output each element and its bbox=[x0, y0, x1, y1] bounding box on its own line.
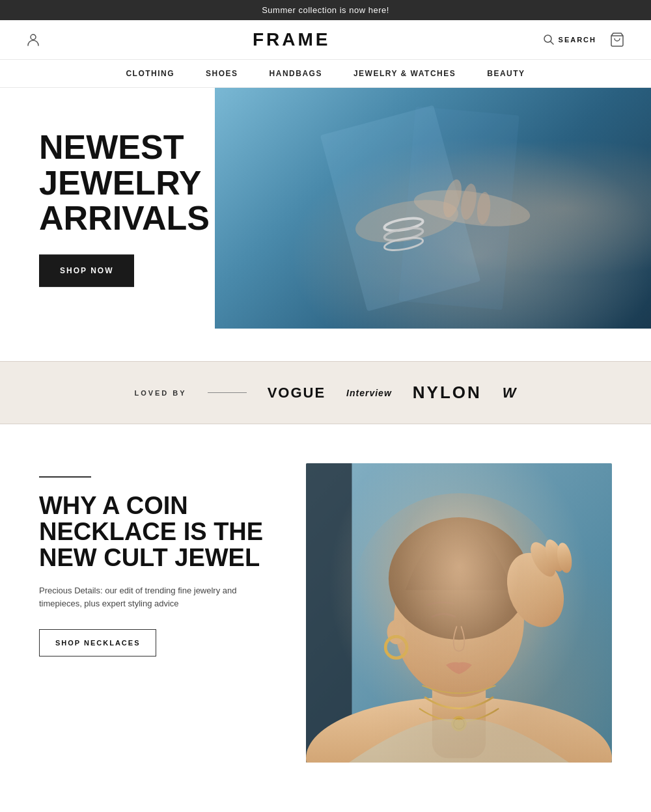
press-logo-w: W bbox=[503, 385, 517, 401]
press-divider bbox=[208, 392, 247, 393]
svg-point-27 bbox=[451, 716, 467, 732]
nav-item-clothing[interactable]: CLOTHING bbox=[126, 69, 174, 78]
article-description: Precious Details: our edit of trending f… bbox=[39, 584, 267, 612]
press-bar: LOVED BY VOGUE Interview NYLON W bbox=[0, 361, 651, 424]
svg-point-18 bbox=[394, 544, 524, 697]
svg-point-16 bbox=[306, 697, 612, 763]
article-section: WHY A COIN NECKLACE IS THE NEW CULT JEWE… bbox=[0, 463, 651, 763]
account-button[interactable] bbox=[26, 33, 40, 47]
svg-line-2 bbox=[550, 42, 553, 45]
svg-point-20 bbox=[389, 517, 529, 640]
article-image bbox=[306, 463, 612, 763]
article-rule bbox=[39, 476, 91, 478]
svg-rect-15 bbox=[306, 463, 352, 763]
search-button[interactable]: SEARCH bbox=[543, 34, 596, 46]
nav-item-beauty[interactable]: BEAUTY bbox=[487, 69, 525, 78]
svg-point-26 bbox=[555, 541, 574, 574]
brand-logo[interactable]: FRAME bbox=[253, 29, 331, 50]
announcement-text: Summer collection is now here! bbox=[262, 5, 389, 15]
svg-point-25 bbox=[542, 537, 568, 575]
cart-icon bbox=[609, 32, 625, 47]
cart-button[interactable] bbox=[609, 32, 625, 47]
press-logo-nylon: NYLON bbox=[413, 383, 482, 403]
main-nav: CLOTHING SHOES HANDBAGS JEWELRY & WATCHE… bbox=[0, 60, 651, 88]
svg-point-24 bbox=[525, 538, 561, 580]
press-logos: VOGUE Interview NYLON W bbox=[268, 383, 517, 403]
svg-point-19 bbox=[394, 544, 524, 697]
article-title: WHY A COIN NECKLACE IS THE NEW CULT JEWE… bbox=[39, 493, 267, 571]
nav-item-shoes[interactable]: SHOES bbox=[206, 69, 238, 78]
header-actions: SEARCH bbox=[543, 32, 625, 47]
woman-portrait-illustration bbox=[306, 463, 612, 763]
press-logo-vogue: VOGUE bbox=[268, 385, 326, 401]
svg-point-21 bbox=[387, 620, 406, 645]
hero-content: NEWEST JEWELRY ARRIVALS SHOP NOW bbox=[39, 129, 260, 287]
svg-point-0 bbox=[31, 34, 36, 40]
press-logo-interview: Interview bbox=[346, 388, 392, 398]
hero-bracelet-illustration bbox=[277, 104, 589, 312]
hero-image bbox=[215, 88, 651, 329]
svg-rect-14 bbox=[306, 463, 612, 763]
nav-item-handbags[interactable]: HANDBAGS bbox=[270, 69, 322, 78]
svg-point-28 bbox=[454, 718, 464, 729]
article-cta-button[interactable]: SHOP NECKLACES bbox=[39, 629, 156, 656]
nav-item-jewelry[interactable]: JEWELRY & WATCHES bbox=[353, 69, 456, 78]
hero-title: NEWEST JEWELRY ARRIVALS bbox=[39, 129, 260, 236]
svg-rect-17 bbox=[432, 666, 486, 758]
header: FRAME SEARCH bbox=[0, 20, 651, 60]
hero-cta-button[interactable]: SHOP NOW bbox=[39, 254, 134, 287]
loved-by-label: LOVED BY bbox=[134, 389, 186, 397]
press-inner: LOVED BY VOGUE Interview NYLON W bbox=[0, 383, 651, 403]
person-icon bbox=[26, 33, 40, 47]
article-content: WHY A COIN NECKLACE IS THE NEW CULT JEWE… bbox=[39, 463, 267, 656]
svg-point-22 bbox=[385, 636, 407, 658]
search-icon bbox=[543, 34, 555, 46]
announcement-bar: Summer collection is now here! bbox=[0, 0, 651, 20]
search-label: SEARCH bbox=[559, 36, 596, 44]
svg-point-23 bbox=[497, 545, 574, 635]
hero-section: NEWEST JEWELRY ARRIVALS SHOP NOW bbox=[0, 88, 651, 329]
